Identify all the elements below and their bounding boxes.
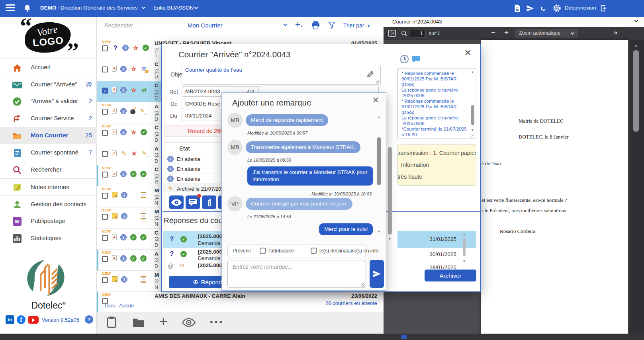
row-checkbox[interactable] <box>102 193 108 199</box>
chevron-down-icon[interactable] <box>142 5 146 9</box>
destinataires-checkbox[interactable] <box>311 248 317 254</box>
scroll-down-icon[interactable]: ▼ <box>388 237 391 241</box>
row-detail: T <box>155 53 158 59</box>
page-input[interactable]: 1 <box>410 29 426 38</box>
zoom-in-button[interactable]: + <box>504 28 509 37</box>
sidebar-item-publipostage[interactable]: W Publipostage <box>0 213 97 230</box>
notify-label: Prévenir <box>233 248 251 254</box>
taskbar-accent <box>401 335 407 339</box>
folder-icon[interactable] <box>132 318 145 329</box>
pdf-icon: A <box>112 129 117 135</box>
sidebar: “ Votre LOGO ” Accueil Courrier "Arrivée… <box>0 17 97 334</box>
sidebar-item-mon-courrier[interactable]: Mon Courrier 25 <box>0 127 97 144</box>
clock-icon[interactable] <box>400 55 409 65</box>
row-checkbox[interactable] <box>102 256 108 262</box>
send-icon[interactable] <box>526 4 534 14</box>
row-checkbox[interactable] <box>102 45 108 51</box>
modal-close-icon[interactable]: × <box>464 46 472 59</box>
resize-handle[interactable] <box>376 80 380 84</box>
settings-gear-icon[interactable] <box>553 4 561 14</box>
sidebar-item-courrier-service[interactable]: Courrier Service 2 <box>0 110 97 127</box>
row-checkbox[interactable] <box>102 277 108 283</box>
scroll-up-icon[interactable]: ▲ <box>471 70 474 74</box>
expand-tools-icon[interactable]: » <box>614 29 617 37</box>
sidebar-item-notes-internes[interactable]: Notes internes <box>0 178 97 195</box>
remarks-button[interactable] <box>186 195 200 209</box>
org-selector[interactable]: Direction Générale des Services <box>61 5 138 11</box>
send-remark-button[interactable] <box>370 260 384 288</box>
new-badge: NEW <box>102 187 111 191</box>
archiver-button[interactable]: Archiver <box>425 270 476 281</box>
modal-scrollbar-thumb[interactable] <box>388 147 392 234</box>
row-checkbox[interactable] <box>102 214 108 220</box>
objet-field[interactable]: Courrier qualité de l'eau <box>182 65 381 85</box>
scroll-down-icon[interactable]: ▼ <box>377 230 381 234</box>
phone-icon[interactable] <box>539 4 547 14</box>
resize-handle[interactable] <box>472 134 475 138</box>
scrollbar-thumb[interactable] <box>463 238 466 256</box>
response-label: Demande <box>198 240 220 246</box>
sidebar-item-statistiques[interactable]: Statistiques <box>0 230 97 247</box>
row-checkbox[interactable] <box>102 235 108 241</box>
linkedin-icon[interactable]: in <box>6 315 14 324</box>
du-label: Du <box>170 113 177 119</box>
select-all-link[interactable]: Tous <box>104 303 115 309</box>
chevron-down-icon[interactable] <box>634 18 638 22</box>
scrollbar-thumb[interactable] <box>471 105 474 125</box>
scroll-up-icon[interactable]: ▲ <box>462 232 466 236</box>
sidebar-item-rechercher[interactable]: Rechercher <box>0 161 97 178</box>
scrollbar-thumb[interactable] <box>377 137 381 185</box>
menu-icon[interactable] <box>6 4 15 12</box>
sidebar-item-accueil[interactable]: Accueil <box>0 59 97 76</box>
scroll-down-icon[interactable]: ▼ <box>462 259 466 263</box>
word-icon: W <box>12 217 22 226</box>
preview-eye-icon[interactable] <box>182 318 196 329</box>
response-date: 30/01/2025 <box>429 251 456 257</box>
row-checkbox[interactable] <box>102 151 108 157</box>
document-icon[interactable] <box>514 4 521 14</box>
attachment-button[interactable] <box>202 195 216 209</box>
new-badge: NEW <box>102 250 111 254</box>
pdf-search-icon[interactable] <box>401 30 407 38</box>
more-options-icon[interactable]: ••• <box>210 317 224 327</box>
view-mail-button[interactable] <box>169 195 184 209</box>
dialog-close-icon[interactable]: × <box>372 94 379 106</box>
sidebar-item-courrier-spontane[interactable]: Courrier spontané 7 <box>0 144 97 161</box>
logout-button[interactable]: Déconnexion <box>565 5 596 11</box>
comments-bubble-icon[interactable] <box>411 55 421 65</box>
row-checkbox[interactable] <box>102 130 108 136</box>
clipboard-icon[interactable] <box>107 316 116 330</box>
attributaire-checkbox[interactable] <box>260 248 266 254</box>
scroll-up-icon[interactable]: ▲ <box>634 43 638 47</box>
add-icon[interactable]: + <box>159 313 168 330</box>
sidebar-item-gestion-contacts[interactable]: Gestion des contacts <box>0 195 97 213</box>
chevron-down-icon[interactable] <box>194 5 198 9</box>
sidebar-item-courrier-arrivee[interactable]: Courrier "Arrivée" @ <box>0 76 97 93</box>
facebook-icon[interactable]: f <box>17 315 25 324</box>
pdf-scrollbar[interactable]: ▲ <box>629 40 644 340</box>
row-checkbox[interactable] <box>102 66 108 72</box>
youtube-icon[interactable] <box>28 316 39 324</box>
du-field[interactable]: 03/11/2024 <box>182 111 225 121</box>
sidebar-toggle-icon[interactable] <box>388 30 396 38</box>
select-none-link[interactable]: Aucun <box>119 303 134 309</box>
sidebar-item-arrivee-a-valider[interactable]: "Arrivée" à valider 2 <box>0 93 97 110</box>
scrollbar-thumb[interactable] <box>633 50 639 132</box>
remarks-dialog: Ajouter une remarque × MB Merci de répon… <box>221 92 386 291</box>
scroll-up-icon[interactable]: ▲ <box>377 115 381 119</box>
edit-pencil-icon[interactable]: ✎ <box>364 70 375 78</box>
info-line-type: Information <box>401 162 429 168</box>
row-checkbox[interactable] <box>102 88 108 94</box>
remark-input[interactable]: Entrez votre remarque... <box>227 260 366 288</box>
zoom-select[interactable]: Zoom automatique <box>515 29 578 38</box>
row-checkbox[interactable] <box>102 172 108 178</box>
scroll-down-icon[interactable]: ▼ <box>471 128 474 132</box>
row-ref: [2 <box>155 131 159 137</box>
resize-handle[interactable] <box>361 283 365 287</box>
help-button[interactable]: ? <box>85 315 93 324</box>
logout-icon[interactable] <box>600 4 608 14</box>
destinataires-label: le(s) destinataire(s) en info. <box>319 248 380 254</box>
row-checkbox[interactable] <box>102 109 108 115</box>
zoom-out-button[interactable]: − <box>491 28 495 37</box>
user-selector[interactable]: Erika BIJASSON <box>153 5 194 11</box>
